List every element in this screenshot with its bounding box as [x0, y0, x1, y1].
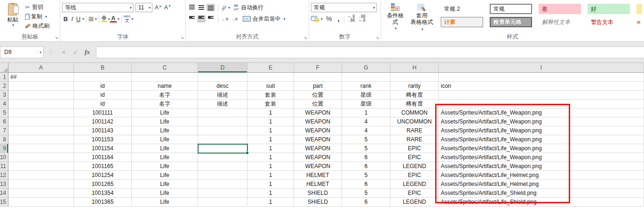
format-painter-button[interactable]: 格式刷 [24, 21, 51, 31]
select-all-corner[interactable] [0, 63, 8, 73]
align-left-button[interactable] [188, 15, 196, 23]
cell-F11[interactable]: WEAPON [294, 162, 342, 171]
cell-G2[interactable]: rank [342, 82, 390, 91]
cell-H2[interactable]: rarity [390, 82, 439, 91]
cell-E13[interactable]: 1 [247, 180, 294, 189]
cell-style-good[interactable]: 好 [588, 4, 630, 14]
align-right-button[interactable] [207, 15, 215, 23]
cell-E11[interactable]: 1 [247, 162, 294, 171]
dialog-launcher-icon[interactable]: ↘ [180, 36, 184, 40]
cell-B4[interactable]: id [74, 100, 132, 108]
cell-D13[interactable] [198, 180, 247, 189]
increase-font-button[interactable]: A▲ [155, 4, 162, 11]
cell-E1[interactable] [247, 73, 294, 82]
cell-A12[interactable] [8, 171, 74, 180]
row-header-3[interactable]: 3 [0, 91, 8, 100]
cell-D2[interactable]: desc [198, 82, 247, 91]
cell-H11[interactable]: LEGEND [390, 162, 439, 171]
cell-G3[interactable]: 星级 [342, 91, 390, 100]
orientation-button[interactable]: ab [220, 4, 228, 11]
cell-B11[interactable]: 1001165 [74, 162, 132, 171]
column-header-B[interactable]: B [74, 63, 132, 73]
cell-style-normal[interactable]: 常规 [490, 4, 532, 14]
cell-E10[interactable]: 1 [247, 153, 294, 162]
cell-A2[interactable] [8, 82, 74, 91]
column-header-F[interactable]: F [294, 63, 342, 73]
cell-E5[interactable]: 1 [247, 108, 294, 117]
cell-H14[interactable]: EPIC [390, 189, 439, 198]
cell-D7[interactable] [198, 126, 247, 135]
row-header-1[interactable]: 1 [0, 73, 8, 82]
cell-G5[interactable]: 1 [342, 108, 390, 117]
cell-style-expl[interactable]: 解释性文本 [539, 17, 581, 27]
cell-I5[interactable]: Assets/Sprites/Artifact/Life_Weapon.png [439, 108, 644, 117]
row-header-12[interactable]: 12 [0, 171, 8, 180]
cell-C11[interactable]: Life [132, 162, 198, 171]
cell-I3[interactable] [439, 91, 644, 100]
cell-B6[interactable]: 1001142 [74, 117, 132, 126]
cell-B7[interactable]: 1001143 [74, 126, 132, 135]
cell-A9[interactable] [8, 144, 74, 153]
cell-A11[interactable] [8, 162, 74, 171]
cell-I11[interactable]: Assets/Sprites/Artifact/Life_Weapon.png [439, 162, 644, 171]
column-header-A[interactable]: A [8, 63, 74, 73]
cell-B8[interactable]: 1001153 [74, 135, 132, 144]
font-size-combo[interactable]: 11 ▾ [135, 3, 152, 12]
dialog-launcher-icon[interactable]: ↘ [55, 36, 58, 40]
row-header-5[interactable]: 5 [0, 108, 8, 117]
cell-I6[interactable]: Assets/Sprites/Artifact/Life_Weapon.png [439, 117, 644, 126]
cell-F2[interactable]: part [294, 82, 342, 91]
cell-F7[interactable]: WEAPON [294, 126, 342, 135]
column-header-E[interactable]: E [247, 63, 294, 73]
cell-H10[interactable]: EPIC [390, 153, 439, 162]
cell-D10[interactable] [198, 153, 247, 162]
row-header-2[interactable]: 2 [0, 82, 8, 91]
cell-H15[interactable]: LEGEND [390, 198, 439, 207]
increase-decimal-button[interactable]: ←.0.00 [348, 15, 355, 23]
align-middle-button[interactable] [197, 4, 206, 11]
insert-function-icon[interactable]: fx [81, 48, 93, 56]
cell-I14[interactable]: Assets/Sprites/Artifact/Life_Shield.png [439, 189, 644, 198]
italic-button[interactable]: I [69, 15, 75, 23]
cell-style-check[interactable]: 检查单元格 [490, 17, 532, 27]
cell-I9[interactable]: Assets/Sprites/Artifact/Life_Weapon.png [439, 144, 644, 153]
cell-C6[interactable]: Life [132, 117, 198, 126]
comma-style-button[interactable]: , [337, 15, 339, 23]
number-format-combo[interactable]: 常规 ▾ [311, 3, 377, 12]
cell-B14[interactable]: 1001354 [74, 189, 132, 198]
cell-C13[interactable]: Life [132, 180, 198, 189]
cell-F12[interactable]: HELMET [294, 171, 342, 180]
cell-D15[interactable] [198, 198, 247, 207]
font-name-combo[interactable]: 等线 ▾ [62, 3, 134, 12]
row-header-9[interactable]: 9 [0, 144, 8, 153]
cell-C10[interactable]: Life [132, 153, 198, 162]
cell-H6[interactable]: UNCOMMON [390, 117, 439, 126]
cell-A10[interactable] [8, 153, 74, 162]
cell-I13[interactable]: Assets/Sprites/Artifact/Life_Helmet.png [439, 180, 644, 189]
cell-B15[interactable]: 1001365 [74, 198, 132, 207]
cell-E2[interactable]: suit [247, 82, 294, 91]
cell-G8[interactable]: 5 [342, 135, 390, 144]
cell-B9[interactable]: 1001154 [74, 144, 132, 153]
row-header-11[interactable]: 11 [0, 162, 8, 171]
dialog-launcher-icon[interactable]: ↘ [375, 36, 379, 40]
row-header-6[interactable]: 6 [0, 117, 8, 126]
cell-I15[interactable]: Assets/Sprites/Artifact/Life_Shield.png [439, 198, 644, 207]
row-header-14[interactable]: 14 [0, 189, 8, 198]
cell-A15[interactable] [8, 198, 74, 207]
decrease-indent-button[interactable]: ←≡ [222, 16, 228, 22]
cell-C15[interactable]: Life [132, 198, 198, 207]
cell-D6[interactable] [198, 117, 247, 126]
cancel-icon[interactable]: × [58, 49, 70, 56]
cell-B13[interactable]: 1001265 [74, 180, 132, 189]
cell-style-orange-sliver[interactable] [636, 17, 642, 27]
cell-C14[interactable]: Life [132, 189, 198, 198]
cell-C1[interactable] [132, 73, 198, 82]
format-as-table-button[interactable]: 套用 表格格式 ▾ [407, 2, 436, 34]
cell-I4[interactable] [439, 100, 644, 108]
align-center-button[interactable] [197, 15, 206, 23]
cell-F14[interactable]: SHIELD [294, 189, 342, 198]
cell-D4[interactable]: 描述 [198, 100, 247, 108]
cell-D9[interactable] [198, 144, 247, 153]
decrease-font-button[interactable]: A▼ [164, 4, 171, 11]
